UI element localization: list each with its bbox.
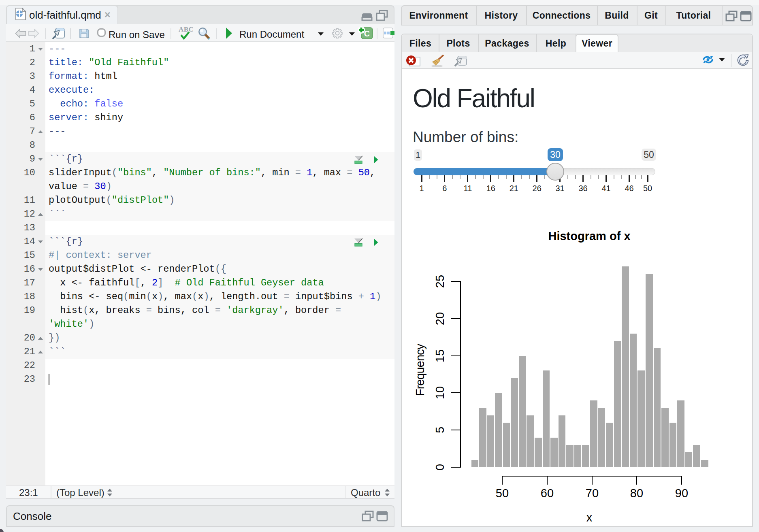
svg-text:C: C [364,29,370,38]
